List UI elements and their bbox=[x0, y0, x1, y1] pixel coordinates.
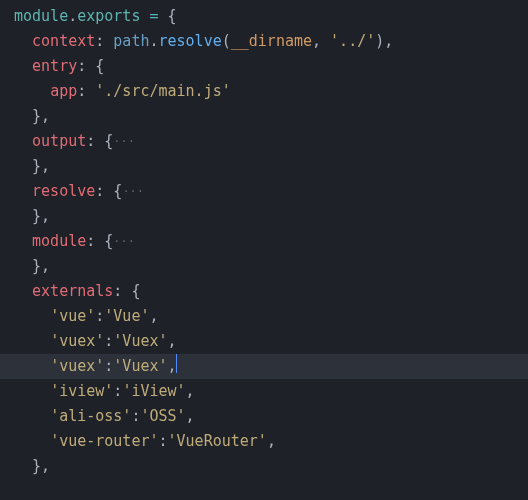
code-line: 'ali-oss':'OSS', bbox=[0, 404, 528, 429]
code-line: 'vue':'Vue', bbox=[0, 304, 528, 329]
token-property: resolve bbox=[32, 179, 95, 204]
code-line: }, bbox=[0, 104, 528, 129]
fold-indicator-icon[interactable]: ··· bbox=[122, 179, 144, 204]
code-line: }, bbox=[0, 454, 528, 479]
text-cursor bbox=[176, 354, 178, 373]
code-line: }, bbox=[0, 204, 528, 229]
code-line: resolve: {··· bbox=[0, 179, 528, 204]
code-line: externals: { bbox=[0, 279, 528, 304]
code-line: }, bbox=[0, 154, 528, 179]
code-line: context: path.resolve(__dirname, '../'), bbox=[0, 29, 528, 54]
token-string: 'Vuex' bbox=[113, 329, 167, 354]
token-property: externals bbox=[32, 279, 113, 304]
token-string: 'Vue' bbox=[104, 304, 149, 329]
code-line: app: './src/main.js' bbox=[0, 79, 528, 104]
token-variable: path bbox=[113, 29, 149, 54]
code-line: 'vue-router':'VueRouter', bbox=[0, 429, 528, 454]
token-string: 'VueRouter' bbox=[168, 429, 267, 454]
token-string: 'vue-router' bbox=[50, 429, 158, 454]
code-editor[interactable]: module.exports = { context: path.resolve… bbox=[0, 4, 528, 479]
token-string: 'iview' bbox=[50, 379, 113, 404]
code-line-active: 'vuex':'Vuex', bbox=[0, 354, 528, 379]
token-property: app bbox=[50, 79, 77, 104]
code-line: module: {··· bbox=[0, 229, 528, 254]
token-property: context bbox=[32, 29, 95, 54]
token-string: 'iView' bbox=[122, 379, 185, 404]
token-string: 'vuex' bbox=[50, 354, 104, 379]
code-line: output: {··· bbox=[0, 129, 528, 154]
token-param: __dirname bbox=[231, 29, 312, 54]
code-line: module.exports = { bbox=[0, 4, 528, 29]
token-string: 'ali-oss' bbox=[50, 404, 131, 429]
code-line: 'iview':'iView', bbox=[0, 379, 528, 404]
token-property: output bbox=[32, 129, 86, 154]
code-line: }, bbox=[0, 254, 528, 279]
token-string: 'OSS' bbox=[140, 404, 185, 429]
fold-indicator-icon[interactable]: ··· bbox=[113, 229, 135, 254]
token-property: entry bbox=[32, 54, 77, 79]
token-string: 'vuex' bbox=[50, 329, 104, 354]
token-variable: module bbox=[14, 4, 68, 29]
token-string: '../' bbox=[330, 29, 375, 54]
token-method: resolve bbox=[159, 29, 222, 54]
token-property: module bbox=[32, 229, 86, 254]
code-line: 'vuex':'Vuex', bbox=[0, 329, 528, 354]
fold-indicator-icon[interactable]: ··· bbox=[113, 129, 135, 154]
token-variable: exports bbox=[77, 4, 140, 29]
token-string: './src/main.js' bbox=[95, 79, 230, 104]
token-string: 'vue' bbox=[50, 304, 95, 329]
code-line: entry: { bbox=[0, 54, 528, 79]
token-string: 'Vuex' bbox=[113, 354, 167, 379]
